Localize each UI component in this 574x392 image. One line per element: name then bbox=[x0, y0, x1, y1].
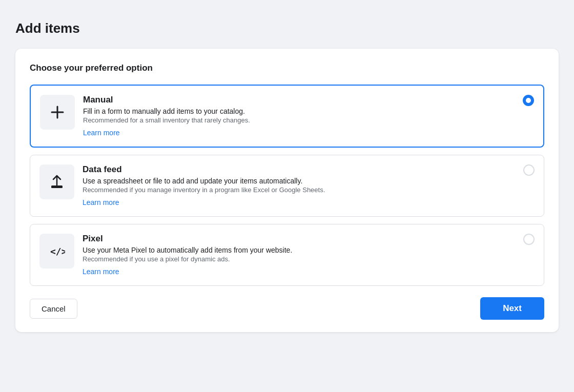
option-pixel[interactable]: </> Pixel Use your Meta Pixel to automat… bbox=[30, 224, 544, 286]
data-feed-title: Data feed bbox=[83, 164, 535, 175]
manual-radio bbox=[523, 95, 534, 106]
data-feed-radio bbox=[523, 164, 535, 176]
manual-radio-circle bbox=[523, 95, 534, 106]
option-manual[interactable]: Manual Fill in a form to manually add it… bbox=[30, 85, 544, 148]
data-feed-desc-main: Use a spreadsheet or file to add and upd… bbox=[83, 177, 535, 185]
pixel-learn-more[interactable]: Learn more bbox=[83, 267, 119, 276]
data-feed-radio-circle bbox=[523, 164, 535, 176]
svg-rect-2 bbox=[51, 185, 63, 188]
pixel-radio bbox=[523, 234, 535, 245]
cancel-button[interactable]: Cancel bbox=[30, 299, 77, 319]
pixel-icon-box: </> bbox=[39, 234, 74, 269]
code-icon: </> bbox=[49, 243, 65, 259]
pixel-content: Pixel Use your Meta Pixel to automatical… bbox=[83, 234, 535, 276]
footer-actions: Cancel Next bbox=[30, 297, 544, 320]
manual-desc-sub: Recommended for a small inventory that r… bbox=[83, 116, 534, 124]
next-button[interactable]: Next bbox=[480, 297, 544, 320]
data-feed-desc-sub: Recommended if you manage inventory in a… bbox=[83, 186, 535, 194]
manual-learn-more[interactable]: Learn more bbox=[83, 129, 120, 137]
data-feed-learn-more[interactable]: Learn more bbox=[83, 198, 119, 207]
card-subtitle: Choose your preferred option bbox=[30, 63, 544, 73]
manual-icon-box bbox=[40, 95, 75, 130]
options-list: Manual Fill in a form to manually add it… bbox=[30, 85, 544, 286]
option-data-feed[interactable]: Data feed Use a spreadsheet or file to a… bbox=[30, 155, 544, 217]
svg-text:</>: </> bbox=[50, 246, 65, 257]
manual-title: Manual bbox=[83, 95, 534, 105]
plus-icon bbox=[49, 104, 66, 120]
manual-content: Manual Fill in a form to manually add it… bbox=[83, 95, 534, 137]
upload-icon bbox=[49, 174, 65, 190]
pixel-desc-sub: Recommended if you use a pixel for dynam… bbox=[83, 255, 535, 263]
pixel-radio-circle bbox=[523, 234, 535, 245]
manual-desc-main: Fill in a form to manually add items to … bbox=[83, 107, 534, 115]
pixel-desc-main: Use your Meta Pixel to automatically add… bbox=[83, 246, 535, 254]
pixel-title: Pixel bbox=[83, 234, 535, 244]
data-feed-icon-box bbox=[39, 164, 74, 199]
page-title: Add items bbox=[15, 20, 559, 36]
page-container: Add items Choose your preferred option M… bbox=[15, 20, 559, 332]
main-card: Choose your preferred option Manual Fill… bbox=[15, 49, 559, 332]
data-feed-content: Data feed Use a spreadsheet or file to a… bbox=[83, 164, 535, 207]
